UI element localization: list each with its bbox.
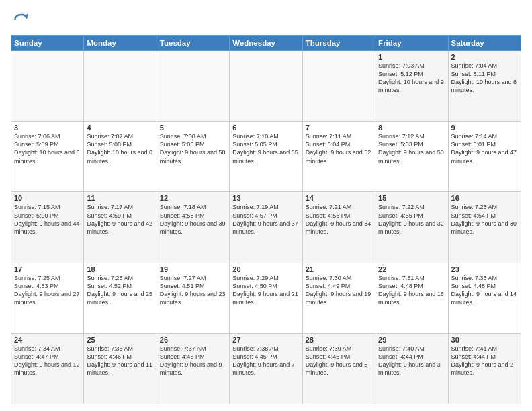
calendar-cell: 27Sunrise: 7:38 AM Sunset: 4:45 PM Dayli… [230,333,302,404]
day-number: 23 [451,265,518,273]
day-info: Sunrise: 7:22 AM Sunset: 4:55 PM Dayligh… [378,203,445,236]
day-number: 2 [451,53,518,61]
day-info: Sunrise: 7:03 AM Sunset: 5:12 PM Dayligh… [378,62,445,95]
calendar-cell [157,51,229,122]
logo-icon [11,9,32,31]
calendar-cell: 20Sunrise: 7:29 AM Sunset: 4:50 PM Dayli… [230,263,302,333]
calendar-cell: 12Sunrise: 7:18 AM Sunset: 4:58 PM Dayli… [157,192,229,263]
day-number: 7 [306,124,372,132]
day-info: Sunrise: 7:27 AM Sunset: 4:51 PM Dayligh… [160,274,226,307]
calendar-cell: 13Sunrise: 7:19 AM Sunset: 4:57 PM Dayli… [230,192,302,263]
day-info: Sunrise: 7:39 AM Sunset: 4:45 PM Dayligh… [306,345,372,377]
calendar-table: SundayMondayTuesdayWednesdayThursdayFrid… [11,35,521,404]
calendar-cell: 25Sunrise: 7:35 AM Sunset: 4:46 PM Dayli… [84,333,157,404]
day-number: 29 [378,336,445,344]
day-number: 27 [232,336,299,344]
logo [11,9,35,31]
calendar-cell: 5Sunrise: 7:08 AM Sunset: 5:06 PM Daylig… [157,122,229,192]
calendar-cell: 14Sunrise: 7:21 AM Sunset: 4:56 PM Dayli… [302,192,375,263]
day-info: Sunrise: 7:17 AM Sunset: 4:59 PM Dayligh… [87,203,153,236]
calendar-cell: 22Sunrise: 7:31 AM Sunset: 4:48 PM Dayli… [375,263,448,333]
day-number: 4 [87,124,153,132]
day-number: 19 [160,265,226,273]
calendar-week-3: 17Sunrise: 7:25 AM Sunset: 4:53 PM Dayli… [11,263,521,333]
header [11,9,521,31]
day-number: 22 [378,265,445,273]
calendar-cell: 26Sunrise: 7:37 AM Sunset: 4:46 PM Dayli… [157,333,229,404]
page: SundayMondayTuesdayWednesdayThursdayFrid… [0,0,532,411]
day-number: 13 [232,194,299,202]
day-header-tuesday: Tuesday [157,36,229,51]
day-info: Sunrise: 7:08 AM Sunset: 5:06 PM Dayligh… [160,132,226,165]
calendar-cell: 29Sunrise: 7:40 AM Sunset: 4:44 PM Dayli… [375,333,448,404]
day-number: 20 [232,265,299,273]
day-number: 14 [306,194,372,202]
calendar-cell [302,51,375,122]
day-number: 28 [306,336,372,344]
day-header-sunday: Sunday [11,36,84,51]
day-info: Sunrise: 7:34 AM Sunset: 4:47 PM Dayligh… [14,345,81,377]
calendar-cell: 18Sunrise: 7:26 AM Sunset: 4:52 PM Dayli… [84,263,157,333]
calendar-cell: 1Sunrise: 7:03 AM Sunset: 5:12 PM Daylig… [375,51,448,122]
day-header-friday: Friday [375,36,448,51]
calendar-week-1: 3Sunrise: 7:06 AM Sunset: 5:09 PM Daylig… [11,122,521,192]
day-number: 15 [378,194,445,202]
calendar-cell: 2Sunrise: 7:04 AM Sunset: 5:11 PM Daylig… [448,51,521,122]
day-info: Sunrise: 7:25 AM Sunset: 4:53 PM Dayligh… [14,274,81,307]
day-number: 24 [14,336,81,344]
calendar-cell: 19Sunrise: 7:27 AM Sunset: 4:51 PM Dayli… [157,263,229,333]
calendar-week-4: 24Sunrise: 7:34 AM Sunset: 4:47 PM Dayli… [11,333,521,404]
day-info: Sunrise: 7:26 AM Sunset: 4:52 PM Dayligh… [87,274,153,307]
calendar-cell: 30Sunrise: 7:41 AM Sunset: 4:44 PM Dayli… [448,333,521,404]
day-number: 1 [378,53,445,61]
day-number: 10 [14,194,81,202]
day-info: Sunrise: 7:04 AM Sunset: 5:11 PM Dayligh… [451,62,518,95]
day-number: 18 [87,265,153,273]
calendar-cell: 11Sunrise: 7:17 AM Sunset: 4:59 PM Dayli… [84,192,157,263]
calendar-cell: 17Sunrise: 7:25 AM Sunset: 4:53 PM Dayli… [11,263,84,333]
day-number: 3 [14,124,81,132]
day-info: Sunrise: 7:30 AM Sunset: 4:49 PM Dayligh… [306,274,372,307]
day-info: Sunrise: 7:35 AM Sunset: 4:46 PM Dayligh… [87,345,153,377]
day-info: Sunrise: 7:41 AM Sunset: 4:44 PM Dayligh… [451,345,518,377]
day-number: 17 [14,265,81,273]
day-info: Sunrise: 7:29 AM Sunset: 4:50 PM Dayligh… [232,274,299,307]
day-header-wednesday: Wednesday [230,36,302,51]
day-number: 26 [160,336,226,344]
day-number: 30 [451,336,518,344]
calendar-cell [230,51,302,122]
calendar-cell: 3Sunrise: 7:06 AM Sunset: 5:09 PM Daylig… [11,122,84,192]
day-info: Sunrise: 7:38 AM Sunset: 4:45 PM Dayligh… [232,345,299,377]
calendar-cell: 6Sunrise: 7:10 AM Sunset: 5:05 PM Daylig… [230,122,302,192]
day-info: Sunrise: 7:11 AM Sunset: 5:04 PM Dayligh… [306,132,372,165]
day-info: Sunrise: 7:10 AM Sunset: 5:05 PM Dayligh… [232,132,299,165]
day-number: 9 [451,124,518,132]
day-info: Sunrise: 7:19 AM Sunset: 4:57 PM Dayligh… [232,203,299,236]
calendar-week-0: 1Sunrise: 7:03 AM Sunset: 5:12 PM Daylig… [11,51,521,122]
calendar-cell: 24Sunrise: 7:34 AM Sunset: 4:47 PM Dayli… [11,333,84,404]
calendar-cell: 4Sunrise: 7:07 AM Sunset: 5:08 PM Daylig… [84,122,157,192]
day-header-saturday: Saturday [448,36,521,51]
day-number: 16 [451,194,518,202]
calendar-week-2: 10Sunrise: 7:15 AM Sunset: 5:00 PM Dayli… [11,192,521,263]
day-info: Sunrise: 7:18 AM Sunset: 4:58 PM Dayligh… [160,203,226,236]
day-number: 11 [87,194,153,202]
calendar-cell [11,51,84,122]
day-info: Sunrise: 7:15 AM Sunset: 5:00 PM Dayligh… [14,203,81,236]
calendar-cell: 21Sunrise: 7:30 AM Sunset: 4:49 PM Dayli… [302,263,375,333]
calendar-cell [84,51,157,122]
calendar-cell: 28Sunrise: 7:39 AM Sunset: 4:45 PM Dayli… [302,333,375,404]
day-info: Sunrise: 7:12 AM Sunset: 5:03 PM Dayligh… [378,132,445,165]
day-info: Sunrise: 7:37 AM Sunset: 4:46 PM Dayligh… [160,345,226,377]
day-info: Sunrise: 7:14 AM Sunset: 5:01 PM Dayligh… [451,132,518,165]
calendar-cell: 9Sunrise: 7:14 AM Sunset: 5:01 PM Daylig… [448,122,521,192]
day-number: 6 [232,124,299,132]
day-number: 25 [87,336,153,344]
day-info: Sunrise: 7:33 AM Sunset: 4:48 PM Dayligh… [451,274,518,307]
day-number: 5 [160,124,226,132]
day-header-thursday: Thursday [302,36,375,51]
calendar-header-row: SundayMondayTuesdayWednesdayThursdayFrid… [11,36,521,51]
day-info: Sunrise: 7:06 AM Sunset: 5:09 PM Dayligh… [14,132,81,165]
calendar-cell: 7Sunrise: 7:11 AM Sunset: 5:04 PM Daylig… [302,122,375,192]
day-header-monday: Monday [84,36,157,51]
